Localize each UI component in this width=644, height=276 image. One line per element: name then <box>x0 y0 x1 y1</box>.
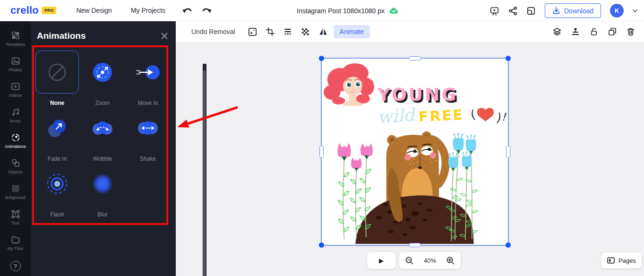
selection-handle-top[interactable] <box>409 56 421 60</box>
animation-option-flash[interactable]: Flash <box>34 162 80 218</box>
download-button[interactable]: Download <box>545 3 601 18</box>
zoom-level-value[interactable]: 40% <box>424 257 436 264</box>
sidebar-item-music[interactable]: Music <box>0 103 31 128</box>
tulip-flower <box>351 157 361 171</box>
selection-handle-left[interactable] <box>319 146 324 158</box>
panel-scrollbar-thumb[interactable] <box>203 70 206 276</box>
sidebar-item-photos[interactable]: Photos <box>0 52 31 77</box>
animation-option-zoom[interactable]: Zoom <box>80 51 125 106</box>
selection-handle-top-right[interactable] <box>506 56 511 61</box>
anim-none-icon <box>46 61 68 83</box>
selection-handle-top-left[interactable] <box>319 56 324 61</box>
text-icon <box>11 209 20 219</box>
help-glyph: ? <box>14 263 17 270</box>
unlock-icon[interactable] <box>589 27 599 36</box>
animation-option-label: None <box>50 100 64 106</box>
anim-blur-icon <box>91 172 114 195</box>
music-icon <box>11 107 20 117</box>
sidebar-label: Bckground <box>5 195 26 200</box>
duplicate-icon[interactable] <box>608 27 617 36</box>
sidebar-item-templates[interactable]: Templates <box>0 26 31 52</box>
artboard[interactable]: YOUNG YOUNG wild FREE ( ) ! <box>321 58 509 246</box>
sidebar-label: Text <box>11 221 19 225</box>
undo-removal-button[interactable]: Undo Removal <box>191 28 235 35</box>
align-icon[interactable] <box>571 27 580 36</box>
help-icon[interactable]: ? <box>10 261 21 271</box>
avatar[interactable]: K <box>610 4 624 17</box>
sidebar-item-animations[interactable]: Animations <box>0 128 31 154</box>
pro-badge: PRO <box>42 7 57 14</box>
artwork-decor-open: ( <box>470 107 477 121</box>
animation-option-move-in[interactable]: Move In <box>125 51 171 106</box>
animation-option-label: Move In <box>138 100 158 106</box>
animation-option-none[interactable]: None <box>34 51 80 106</box>
close-icon[interactable] <box>161 32 168 40</box>
selection-handle-bottom[interactable] <box>409 243 421 247</box>
artwork-word-wild: wild <box>377 104 417 128</box>
adjust-icon[interactable] <box>248 27 258 37</box>
animations-icon <box>11 133 20 142</box>
crello-logo[interactable]: crello PRO <box>10 4 56 17</box>
tulip-flower <box>337 143 351 161</box>
redo-icon[interactable] <box>202 7 212 14</box>
heart-icon <box>477 108 494 121</box>
sidebar-item-my-files[interactable]: My Files <box>0 230 31 256</box>
animation-option-label: Zoom <box>95 100 110 106</box>
background-icon <box>11 184 20 193</box>
bellflower <box>466 134 476 154</box>
selection-handle-right[interactable] <box>506 146 510 158</box>
document-title[interactable]: Instagram Post 1080x1080 px <box>297 7 385 15</box>
present-icon[interactable] <box>489 6 499 16</box>
anim-flash-icon <box>46 172 69 195</box>
transparency-icon[interactable] <box>301 27 310 37</box>
bellflower <box>453 133 464 153</box>
nav-new-design[interactable]: New Design <box>76 7 112 14</box>
animation-option-fade-in[interactable]: Fade In <box>34 106 80 162</box>
anim-zoom-icon <box>92 62 113 83</box>
sidebar-item-videos[interactable]: Videos <box>0 77 31 103</box>
sidebar-label: Music <box>10 119 21 123</box>
anim-wobble-icon <box>91 119 114 137</box>
animation-option-label: Wobble <box>93 155 112 162</box>
animation-option-shake[interactable]: Shake <box>125 106 171 162</box>
animations-panel: Animations None Zoom Move In <box>31 21 176 276</box>
zoom-in-icon[interactable] <box>446 256 455 265</box>
bellflower <box>462 151 472 169</box>
delete-icon[interactable] <box>626 27 635 36</box>
sidebar-item-text[interactable]: Text <box>0 205 31 230</box>
chevron-down-icon[interactable] <box>633 9 637 12</box>
my-files-icon <box>11 235 20 244</box>
flip-icon[interactable] <box>318 27 328 36</box>
nav-my-projects[interactable]: My Projects <box>131 7 165 14</box>
animation-option-blur[interactable]: Blur <box>80 162 125 218</box>
position-icon[interactable] <box>283 27 292 36</box>
crop-icon[interactable] <box>266 27 275 36</box>
animate-button[interactable]: Animate <box>334 25 370 38</box>
artwork-illustration[interactable]: YOUNG YOUNG wild FREE ( ) ! <box>321 58 507 244</box>
undo-icon[interactable] <box>182 7 192 14</box>
sidebar-label: Templates <box>6 42 25 47</box>
share-icon[interactable] <box>508 6 517 16</box>
panel-title: Animations <box>37 31 86 41</box>
animation-option-wobble[interactable]: Wobble <box>80 106 125 162</box>
sidebar-item-objects[interactable]: Objects <box>0 154 31 179</box>
sidebar-label: Videos <box>9 93 22 98</box>
zoom-out-icon[interactable] <box>405 256 414 265</box>
pages-button-label: Pages <box>618 257 636 264</box>
sidebar-item-background[interactable]: Bckground <box>0 179 31 205</box>
photos-icon <box>11 56 20 66</box>
selection-handle-bottom-left[interactable] <box>319 242 324 248</box>
pages-button[interactable]: Pages <box>601 252 642 268</box>
girl-illustration <box>324 63 374 106</box>
play-button[interactable]: ▶ <box>367 252 395 269</box>
anim-move-in-icon <box>136 64 160 81</box>
zoom-control: 40% <box>399 252 461 269</box>
animation-option-label: Blur <box>97 211 107 218</box>
context-toolbar: Undo Removal Animate <box>176 21 644 43</box>
resize-icon[interactable] <box>526 6 536 16</box>
selection-handle-bottom-right[interactable] <box>506 242 511 248</box>
videos-icon <box>11 82 20 91</box>
sidebar-label: Animations <box>5 144 26 149</box>
layers-icon[interactable] <box>552 27 562 36</box>
play-icon: ▶ <box>379 257 384 264</box>
